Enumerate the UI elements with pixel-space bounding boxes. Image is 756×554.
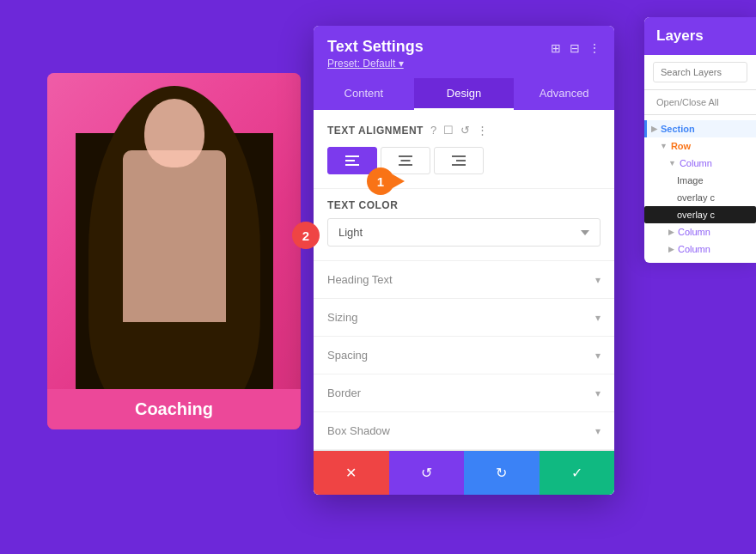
sizing-header[interactable]: Sizing ▾: [314, 299, 614, 336]
text-alignment-label: Text Alignment: [327, 125, 424, 137]
svg-rect-3: [399, 155, 412, 157]
layers-panel: Layers Open/Close All ▶ Section ▼ Row ▼ …: [644, 17, 756, 263]
layer-item-section[interactable]: ▶ Section: [644, 120, 756, 137]
column2-arrow: ▶: [668, 228, 674, 236]
row-arrow: ▼: [660, 142, 668, 150]
sizing-arrow: ▾: [595, 312, 601, 324]
person-silhouette: [97, 99, 252, 391]
column3-arrow: ▶: [668, 245, 674, 253]
box-shadow-section: Box Shadow ▾: [314, 412, 614, 450]
align-right-button[interactable]: [434, 147, 484, 174]
layers-open-close[interactable]: Open/Close All: [644, 90, 756, 115]
column1-label: Column: [680, 158, 712, 168]
box-shadow-arrow: ▾: [595, 425, 601, 437]
spacing-title: Spacing: [327, 349, 368, 362]
spacing-header[interactable]: Spacing ▾: [314, 337, 614, 374]
sizing-section: Sizing ▾: [314, 299, 614, 337]
panel-header-icons: ⊞ ⊟ ⋮: [551, 41, 601, 55]
svg-rect-4: [401, 160, 411, 161]
cancel-button[interactable]: ✕: [314, 451, 389, 495]
confirm-button[interactable]: ✓: [540, 451, 615, 495]
alignment-buttons: [327, 147, 601, 174]
svg-rect-5: [399, 164, 412, 166]
svg-rect-7: [456, 160, 466, 161]
coaching-card: Coaching: [47, 73, 301, 429]
layer-item-overlay-selected[interactable]: overlay c: [644, 206, 756, 223]
svg-rect-0: [345, 155, 359, 157]
person-head: [144, 99, 204, 167]
text-alignment-row: Text Alignment ? ☐ ↺ ⋮: [327, 124, 601, 137]
heading-text-header[interactable]: Heading Text ▾: [314, 261, 614, 298]
layer-item-overlay[interactable]: overlay c: [644, 189, 756, 206]
tab-design[interactable]: Design: [414, 78, 515, 110]
text-alignment-icons: ? ☐ ↺ ⋮: [430, 124, 488, 137]
border-section: Border ▾: [314, 374, 614, 412]
column2-label: Column: [678, 227, 710, 237]
spacing-arrow: ▾: [595, 350, 601, 362]
row-label: Row: [671, 141, 691, 151]
overlay-label: overlay c: [677, 192, 715, 203]
badge-2: 2: [292, 222, 320, 249]
badge-1: 1: [367, 167, 394, 195]
layer-item-image[interactable]: Image: [644, 172, 756, 189]
border-title: Border: [327, 387, 361, 399]
text-color-select[interactable]: Light Dark Custom: [327, 218, 601, 247]
panel-header: Text Settings Preset: Default ▾ ⊞ ⊟ ⋮: [314, 26, 614, 78]
layers-search-input[interactable]: [653, 62, 747, 82]
mobile-icon[interactable]: ☐: [443, 124, 454, 137]
section-arrow: ▶: [651, 125, 657, 133]
layers-title: Layers: [656, 27, 704, 44]
panel-preset[interactable]: Preset: Default ▾: [327, 58, 601, 70]
redo-button[interactable]: ↻: [464, 451, 540, 495]
svg-rect-2: [345, 164, 359, 166]
sizing-title: Sizing: [327, 311, 357, 324]
resize-icon[interactable]: ⊞: [551, 41, 561, 55]
layer-item-column-3[interactable]: ▶ Column: [644, 240, 756, 258]
heading-text-arrow: ▾: [595, 274, 601, 286]
border-arrow: ▾: [595, 387, 601, 399]
spacing-section: Spacing ▾: [314, 337, 614, 374]
box-shadow-title: Box Shadow: [327, 424, 390, 437]
tab-content[interactable]: Content: [314, 78, 414, 110]
svg-rect-8: [452, 164, 466, 166]
column3-label: Column: [678, 244, 710, 254]
overlay-selected-label: overlay c: [677, 210, 715, 220]
panel-body: Text Alignment ? ☐ ↺ ⋮: [314, 110, 614, 450]
panel-footer: ✕ ↺ ↻ ✓: [314, 450, 614, 495]
section-label: Section: [661, 124, 695, 134]
layer-item-row[interactable]: ▼ Row: [644, 137, 756, 155]
split-icon[interactable]: ⊟: [570, 41, 580, 55]
more-options-icon[interactable]: ⋮: [477, 124, 488, 137]
box-shadow-header[interactable]: Box Shadow ▾: [314, 412, 614, 449]
svg-rect-1: [345, 160, 355, 161]
border-header[interactable]: Border ▾: [314, 374, 614, 411]
layers-header: Layers: [644, 17, 756, 55]
text-color-label: Text Color: [327, 199, 601, 211]
panel-tabs: Content Design Advanced: [314, 78, 614, 110]
align-left-button[interactable]: [327, 147, 377, 174]
more-icon[interactable]: ⋮: [588, 41, 601, 55]
reset-icon[interactable]: ↺: [460, 124, 470, 137]
column1-arrow: ▼: [668, 159, 676, 167]
undo-button[interactable]: ↺: [389, 451, 465, 495]
layers-tree: ▶ Section ▼ Row ▼ Column Image overlay c…: [644, 115, 756, 263]
text-settings-panel: Text Settings Preset: Default ▾ ⊞ ⊟ ⋮ Co…: [314, 26, 614, 495]
layer-item-column-2[interactable]: ▶ Column: [644, 223, 756, 240]
text-alignment-section: Text Alignment ? ☐ ↺ ⋮: [314, 110, 614, 189]
help-icon[interactable]: ?: [430, 124, 436, 137]
svg-rect-6: [452, 155, 466, 157]
text-color-section: Text Color Light Dark Custom: [314, 189, 614, 261]
layers-search: [644, 55, 756, 90]
coaching-label: Coaching: [47, 389, 301, 429]
heading-text-section: Heading Text ▾: [314, 261, 614, 299]
layer-item-column-1[interactable]: ▼ Column: [644, 155, 756, 172]
heading-text-title: Heading Text: [327, 273, 393, 286]
coaching-card-image: Coaching: [47, 73, 301, 429]
tab-advanced[interactable]: Advanced: [514, 78, 614, 110]
person-body: [123, 150, 226, 322]
image-label: Image: [677, 175, 704, 186]
